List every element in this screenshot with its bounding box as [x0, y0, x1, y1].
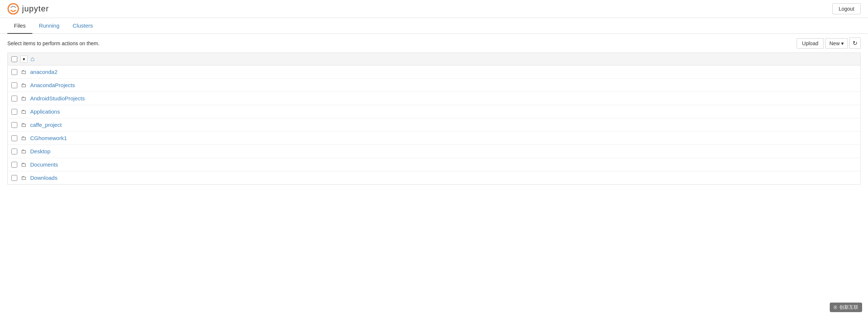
new-button[interactable]: New ▾ — [825, 38, 848, 49]
file-checkbox[interactable] — [11, 109, 17, 115]
folder-icon: 🗀 — [21, 175, 26, 181]
file-link[interactable]: caffe_project — [30, 122, 62, 128]
list-item: 🗀 AnacondaProjects — [8, 79, 860, 92]
file-link[interactable]: Desktop — [30, 148, 50, 154]
action-toolbar: Select items to perform actions on them.… — [0, 34, 868, 53]
file-link[interactable]: Applications — [30, 108, 60, 115]
list-item: 🗀 Downloads — [8, 171, 860, 184]
file-checkbox[interactable] — [11, 162, 17, 168]
new-dropdown-arrow-icon: ▾ — [841, 40, 844, 46]
select-all-checkbox[interactable] — [11, 56, 17, 62]
folder-icon: 🗀 — [21, 82, 26, 88]
refresh-icon: ↻ — [853, 40, 857, 46]
refresh-button[interactable]: ↻ — [849, 37, 861, 49]
file-toolbar: ▾ ⌂ — [7, 53, 861, 65]
folder-icon: 🗀 — [21, 69, 26, 75]
new-button-label: New — [829, 40, 840, 46]
home-icon[interactable]: ⌂ — [31, 55, 35, 63]
folder-icon: 🗀 — [21, 135, 26, 141]
folder-icon: 🗀 — [21, 95, 26, 101]
folder-icon: 🗀 — [21, 108, 26, 115]
file-link[interactable]: Documents — [30, 161, 58, 168]
file-link[interactable]: Downloads — [30, 175, 57, 181]
file-checkbox[interactable] — [11, 69, 17, 75]
folder-icon: 🗀 — [21, 161, 26, 168]
select-hint: Select items to perform actions on them. — [7, 40, 100, 46]
folder-icon: 🗀 — [21, 122, 26, 128]
list-item: 🗀 AndroidStudioProjects — [8, 92, 860, 105]
logo-area: jupyter — [7, 3, 49, 15]
folder-icon: 🗀 — [21, 148, 26, 154]
upload-button[interactable]: Upload — [797, 38, 824, 49]
tab-running[interactable]: Running — [32, 18, 66, 34]
file-browser: ▾ ⌂ 🗀 anaconda2 🗀 AnacondaProjects 🗀 And… — [0, 53, 868, 185]
list-item: 🗀 Applications — [8, 105, 860, 118]
logo-text: jupyter — [22, 4, 49, 14]
tab-files[interactable]: Files — [7, 18, 32, 34]
header: jupyter Logout — [0, 0, 868, 18]
file-link[interactable]: anaconda2 — [30, 69, 57, 75]
jupyter-logo-icon — [7, 3, 19, 15]
file-checkbox[interactable] — [11, 175, 17, 181]
toolbar-right: Upload New ▾ ↻ — [797, 37, 861, 49]
file-link[interactable]: AnacondaProjects — [30, 82, 75, 88]
file-link[interactable]: AndroidStudioProjects — [30, 95, 85, 101]
logout-button[interactable]: Logout — [832, 3, 861, 14]
list-item: 🗀 anaconda2 — [8, 65, 860, 79]
tabs-bar: Files Running Clusters — [0, 18, 868, 34]
file-checkbox[interactable] — [11, 96, 17, 101]
list-item: 🗀 CGhomework1 — [8, 132, 860, 145]
list-item: 🗀 Documents — [8, 158, 860, 171]
tab-clusters[interactable]: Clusters — [66, 18, 100, 34]
select-dropdown-button[interactable]: ▾ — [20, 56, 28, 63]
file-list: 🗀 anaconda2 🗀 AnacondaProjects 🗀 Android… — [7, 65, 861, 185]
file-checkbox[interactable] — [11, 122, 17, 128]
list-item: 🗀 Desktop — [8, 145, 860, 158]
file-checkbox[interactable] — [11, 82, 17, 88]
file-link[interactable]: CGhomework1 — [30, 135, 67, 141]
list-item: 🗀 caffe_project — [8, 118, 860, 132]
file-checkbox[interactable] — [11, 135, 17, 141]
svg-point-0 — [8, 4, 18, 14]
file-checkbox[interactable] — [11, 149, 17, 154]
